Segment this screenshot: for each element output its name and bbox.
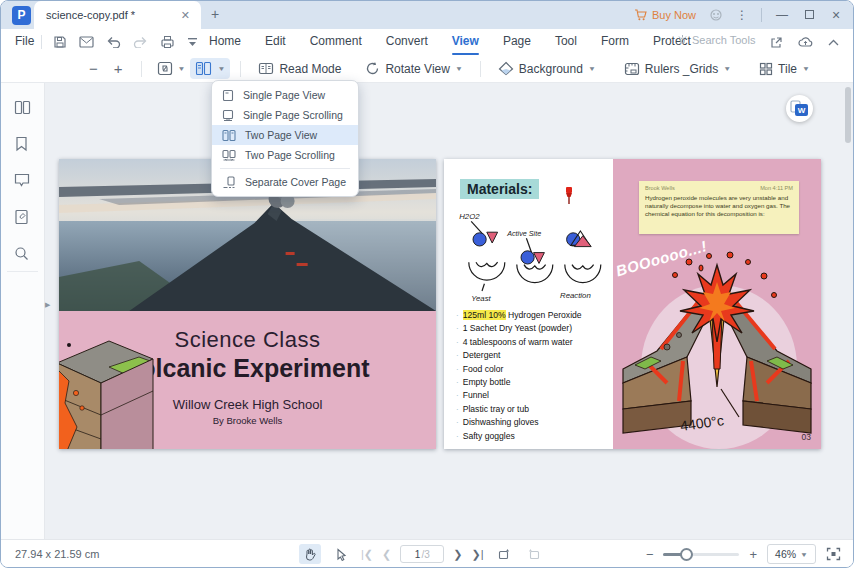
sticky-note[interactable]: Brook Wells Mon 4:11 PM Hydrogen peroxid…: [639, 181, 799, 234]
two-page-scrolling-icon: [222, 149, 236, 162]
next-page-button[interactable]: ❯: [453, 548, 462, 561]
menu-form[interactable]: Form: [589, 29, 641, 55]
convert-to-word-badge[interactable]: W: [786, 95, 813, 122]
pdf-page-2[interactable]: Materials:: [444, 159, 821, 449]
zoom-slider[interactable]: [663, 553, 739, 556]
separate-cover-page-icon: [222, 176, 236, 189]
vertical-scrollbar[interactable]: [845, 87, 851, 143]
zoom-in-button[interactable]: +: [106, 60, 131, 77]
tile-icon: [759, 62, 773, 76]
menu-view[interactable]: View: [440, 29, 491, 55]
page-number-input[interactable]: 1 /3: [400, 545, 444, 563]
list-item: ·Dishwashing gloves: [456, 416, 608, 429]
collapse-toolbar-icon[interactable]: [828, 39, 839, 46]
previous-page-button[interactable]: ❮: [382, 548, 391, 561]
fullscreen-button[interactable]: [826, 547, 841, 561]
menubar-separator: [41, 35, 42, 49]
zoom-in-button[interactable]: +: [749, 547, 757, 562]
menu-convert[interactable]: Convert: [374, 29, 440, 55]
fit-page-dropdown[interactable]: ▼: [152, 58, 191, 79]
zoom-out-button[interactable]: −: [81, 60, 106, 77]
attachments-panel-button[interactable]: [14, 209, 29, 225]
page-view-dropdown[interactable]: ▼: [190, 58, 230, 79]
document-canvas[interactable]: ▶ W: [45, 83, 853, 539]
thumbnails-panel-button[interactable]: [14, 100, 31, 115]
pdf-page-1[interactable]: Science Class Volcanic Experiment Willow…: [59, 159, 436, 449]
word-file-icon: W: [790, 100, 809, 117]
menu-item-single-page-scrolling[interactable]: Single Page Scrolling: [212, 105, 358, 125]
hand-tool-button[interactable]: [299, 544, 321, 564]
last-page-button[interactable]: ❯|: [472, 548, 484, 561]
volcano-illustration-section: Brook Wells Mon 4:11 PM Hydrogen peroxid…: [613, 159, 821, 449]
background-dropdown[interactable]: Background ▼: [491, 58, 603, 79]
list-item: ·Empty bottle: [456, 376, 608, 389]
menu-edit[interactable]: Edit: [253, 29, 298, 55]
rotate-view-dropdown[interactable]: Rotate View ▼: [358, 58, 469, 79]
read-mode-button[interactable]: Read Mode: [251, 59, 348, 79]
rewards-icon[interactable]: [709, 8, 723, 22]
title-bar: P science-copy.pdf * ✕ + Buy Now ⋮ — ×: [1, 1, 853, 29]
menu-comment[interactable]: Comment: [298, 29, 374, 55]
buy-now-button[interactable]: Buy Now: [634, 9, 696, 21]
enzyme-diagram: H2O2 Active Site Yeast Reaction: [452, 207, 602, 303]
tile-dropdown[interactable]: Tile ▼: [752, 59, 817, 79]
maximize-button[interactable]: [802, 8, 816, 22]
highlighted-text: 125ml 10%: [463, 310, 506, 320]
toolbar-separator: [240, 61, 241, 77]
app-window: P science-copy.pdf * ✕ + Buy Now ⋮ — × F…: [0, 0, 854, 568]
panel-expand-handle[interactable]: ▶: [45, 301, 50, 309]
close-button[interactable]: ×: [829, 7, 843, 23]
rotate-right-button[interactable]: [524, 544, 546, 564]
menu-item-separate-cover-page[interactable]: Separate Cover Page: [212, 172, 358, 192]
menu-page[interactable]: Page: [491, 29, 543, 55]
note-author: Brook Wells: [645, 185, 675, 191]
zoom-level-dropdown[interactable]: 46% ▼: [767, 544, 816, 564]
chevron-down-icon: ▼: [802, 65, 810, 72]
zoom-slider-handle[interactable]: [680, 548, 693, 561]
chevron-down-icon: ▼: [723, 65, 731, 72]
search-tools-icon: [677, 34, 688, 46]
first-page-button[interactable]: |❮: [361, 548, 373, 561]
titlebar-separator: [761, 8, 762, 22]
share-icon[interactable]: [770, 36, 783, 49]
note-body: Hydrogen peroxide molecules are very uns…: [645, 194, 793, 219]
document-tab[interactable]: science-copy.pdf * ✕: [34, 1, 201, 29]
menu-item-two-page-view[interactable]: Two Page View: [212, 125, 358, 145]
rotate-left-button[interactable]: [493, 544, 515, 564]
sidebar-divider: [7, 271, 38, 272]
menu-item-single-page-view[interactable]: Single Page View: [212, 85, 358, 105]
select-tool-button[interactable]: [330, 544, 352, 564]
more-options-icon[interactable]: ⋮: [736, 8, 748, 22]
menu-item-two-page-scrolling[interactable]: Two Page Scrolling: [212, 145, 358, 165]
search-tools[interactable]: Search Tools: [677, 34, 755, 46]
menu-tool[interactable]: Tool: [543, 29, 589, 55]
cart-icon: [634, 9, 647, 21]
zoom-out-button[interactable]: −: [646, 547, 654, 562]
cloud-upload-icon[interactable]: [798, 36, 813, 48]
save-button[interactable]: [53, 35, 67, 49]
buy-now-label: Buy Now: [652, 9, 696, 21]
comments-panel-button[interactable]: [14, 173, 30, 187]
undo-button[interactable]: [106, 36, 121, 48]
email-button[interactable]: [79, 36, 94, 48]
chevron-down-icon: ▼: [217, 65, 225, 72]
print-button[interactable]: [160, 35, 175, 49]
navigation-sidebar: [1, 83, 45, 539]
minimize-button[interactable]: —: [775, 8, 789, 22]
new-tab-button[interactable]: +: [207, 6, 223, 22]
rotate-view-icon: [365, 61, 380, 76]
bookmarks-panel-button[interactable]: [14, 136, 29, 152]
menu-file[interactable]: File: [15, 34, 34, 48]
chevron-down-icon: ▼: [178, 65, 186, 72]
chevron-down-icon: ▼: [455, 65, 463, 72]
search-panel-button[interactable]: [14, 246, 29, 261]
tab-title: science-copy.pdf *: [46, 9, 178, 21]
tab-close-icon[interactable]: ✕: [178, 9, 193, 22]
rulers-grids-label: Rulers _Grids: [645, 62, 718, 76]
redo-button[interactable]: [133, 36, 148, 48]
menu-home[interactable]: Home: [197, 29, 253, 55]
rulers-grids-dropdown[interactable]: Rulers _Grids ▼: [617, 59, 738, 79]
erupting-volcano-illustration: 4400°c: [617, 249, 817, 449]
menu-bar: File Home Edit Comment Convert View Page…: [1, 29, 853, 55]
diagram-label-h2o2: H2O2: [459, 212, 480, 221]
